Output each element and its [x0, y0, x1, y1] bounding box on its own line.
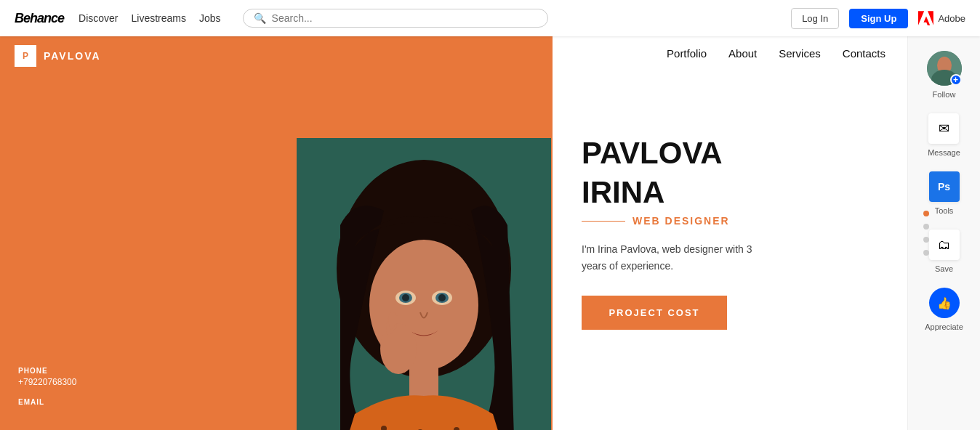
- avatar-plus-icon: +: [950, 74, 962, 86]
- portfolio-card: P PAVLOVA: [0, 36, 553, 430]
- sidebar-item-message[interactable]: ✉ Message: [928, 113, 960, 157]
- sidebar-item-appreciate[interactable]: 👍 Appreciate: [925, 288, 963, 331]
- nav-links: Discover Livestreams Jobs: [79, 12, 221, 25]
- appreciate-label: Appreciate: [925, 322, 963, 331]
- tools-label: Tools: [935, 206, 954, 215]
- tools-icon: Ps: [938, 181, 950, 192]
- dot-3[interactable]: [923, 237, 929, 243]
- woman-illustration: [297, 138, 551, 430]
- svg-point-18: [380, 323, 417, 374]
- svg-point-8: [438, 294, 446, 301]
- save-icon: 🗂: [938, 238, 951, 253]
- nav-services[interactable]: Services: [779, 47, 821, 60]
- phone-label: PHONE: [18, 367, 76, 375]
- dot-2[interactable]: [923, 224, 929, 230]
- portfolio-brand-name: PAVLOVA: [44, 50, 101, 62]
- behance-logo[interactable]: Behance: [15, 11, 64, 26]
- profile-bio: I'm Irina Pavlova, web designer with 3 y…: [582, 241, 756, 274]
- adobe-label: Adobe: [938, 13, 965, 24]
- nav-right: Log In Sign Up Adobe: [791, 8, 965, 29]
- appreciate-button[interactable]: 👍: [929, 288, 960, 318]
- nav-item-discover[interactable]: Discover: [79, 12, 118, 25]
- adobe-icon: [918, 10, 934, 26]
- sidebar-item-follow[interactable]: + Follow: [927, 51, 962, 99]
- follow-label: Follow: [933, 90, 956, 99]
- search-icon: 🔍: [254, 12, 266, 24]
- profile-title: WEB DESIGNER: [582, 215, 878, 227]
- nav-portfolio[interactable]: Portfolio: [667, 47, 707, 60]
- contact-info: PHONE +79220768300 EMAIL: [18, 367, 76, 408]
- portfolio-header: P PAVLOVA: [0, 36, 553, 76]
- message-icon-wrap: ✉: [928, 113, 959, 144]
- navbar: Behance Discover Livestreams Jobs 🔍 Log …: [0, 0, 980, 36]
- adobe-logo: Adobe: [918, 10, 965, 26]
- phone-value: +79220768300: [18, 377, 76, 387]
- nav-about[interactable]: About: [728, 47, 757, 60]
- tools-icon-wrap: Ps: [929, 171, 960, 202]
- profile-last-name: IRINA: [582, 176, 878, 209]
- info-panel: Portfolio About Services Contacts PAVLOV…: [553, 36, 907, 430]
- email-label: EMAIL: [18, 398, 76, 406]
- dot-navigation: [923, 211, 929, 256]
- svg-point-5: [402, 294, 409, 301]
- nav-item-livestreams[interactable]: Livestreams: [132, 12, 186, 25]
- dot-4[interactable]: [923, 250, 929, 256]
- page-top-nav: Portfolio About Services Contacts: [667, 47, 885, 60]
- message-icon: ✉: [939, 121, 949, 137]
- nav-contacts[interactable]: Contacts: [843, 47, 885, 60]
- search-bar[interactable]: 🔍: [243, 9, 548, 28]
- nav-item-jobs[interactable]: Jobs: [199, 12, 221, 25]
- message-label: Message: [928, 148, 960, 157]
- save-label: Save: [935, 264, 953, 273]
- right-sidebar: + Follow ✉ Message Ps Tools 🗂 Save: [907, 36, 980, 430]
- woman-photo: [297, 138, 551, 430]
- project-cost-button[interactable]: PROJECT COST: [582, 296, 727, 330]
- title-decoration-line: [582, 221, 625, 222]
- avatar-wrap: +: [927, 51, 962, 86]
- search-input[interactable]: [272, 12, 537, 24]
- appreciate-icon: 👍: [937, 296, 952, 310]
- save-icon-wrap: 🗂: [929, 230, 960, 260]
- sidebar-item-tools[interactable]: Ps Tools: [929, 171, 960, 215]
- signup-button[interactable]: Sign Up: [849, 9, 908, 28]
- sidebar-item-save[interactable]: 🗂 Save: [929, 230, 960, 273]
- dot-1[interactable]: [923, 211, 929, 216]
- main-area: P PAVLOVA: [0, 36, 980, 430]
- portfolio-logo-box: P: [15, 45, 36, 67]
- profile-first-name: PAVLOVA: [582, 137, 878, 170]
- login-button[interactable]: Log In: [791, 8, 839, 29]
